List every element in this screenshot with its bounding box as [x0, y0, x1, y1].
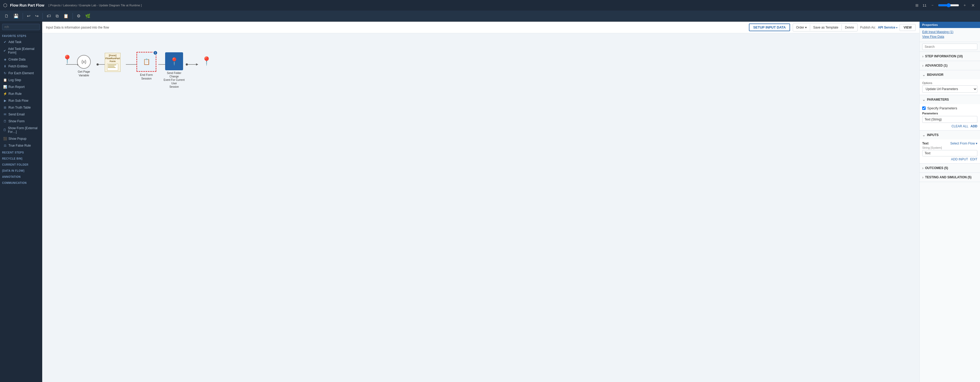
- input-value-field[interactable]: [922, 150, 977, 157]
- grid-icon[interactable]: ⊞: [915, 3, 918, 7]
- sidebar-item-run-sub-flow[interactable]: ▶ Run Sub Flow: [0, 97, 42, 104]
- view-flow-data-link[interactable]: View Flow Data: [922, 35, 977, 38]
- sidebar-item-send-email[interactable]: ✉ Send Email: [0, 111, 42, 118]
- check-icon: ✔: [3, 40, 7, 44]
- sidebar-item-show-form[interactable]: 🗒 Show Form: [0, 118, 42, 125]
- sidebar-item-fetch-entities[interactable]: ⬇ Fetch Entities: [0, 63, 42, 70]
- new-button[interactable]: 🗋: [3, 13, 11, 19]
- publish-label: Publish As:: [860, 26, 876, 29]
- zoom-level: 11: [923, 3, 926, 7]
- app-title: Flow Run Part Flow: [10, 3, 44, 7]
- sidebar-item-show-form-ext[interactable]: 🗒 Show Form [External For…]: [0, 125, 42, 135]
- edit-input-button[interactable]: EDIT: [970, 157, 977, 161]
- rp-search-input[interactable]: [922, 43, 977, 50]
- check-icon: ✔: [3, 49, 6, 53]
- sidebar-label: Run Report: [8, 85, 24, 89]
- inputs-header[interactable]: INPUTS: [920, 131, 980, 139]
- order-button[interactable]: Order ▾: [793, 24, 810, 30]
- canvas-info-text: Input Data is information passed into th…: [46, 26, 746, 29]
- setup-input-data-button[interactable]: SETUP INPUT DATA: [749, 24, 790, 31]
- sidebar-item-add-task-ext[interactable]: ✔ Add Task [External Form]: [0, 45, 42, 56]
- form-box: [Form]FlowRunPartForm: [105, 53, 121, 72]
- params-action-row: CLEAR ALL ADD: [922, 125, 977, 128]
- sidebar-label: Send Email: [8, 112, 24, 116]
- advanced-header[interactable]: ADVANCED (1): [920, 61, 980, 70]
- edit-input-mapping-link[interactable]: Edit Input Mapping (1): [922, 30, 977, 34]
- sidebar-item-run-truth-table[interactable]: ⊞ Run Truth Table: [0, 104, 42, 111]
- options-select[interactable]: Update Url Parameters None: [922, 85, 977, 93]
- tree-button[interactable]: 🌿: [83, 13, 92, 19]
- publish-select[interactable]: API Service: [878, 26, 895, 29]
- sidebar-item-log-step[interactable]: 📋 Log Step: [0, 77, 42, 83]
- add-param-button[interactable]: ADD: [970, 125, 977, 128]
- chevron-right-icon: [922, 175, 924, 179]
- paste-button[interactable]: 📋: [62, 13, 70, 19]
- sidebar-label: Show Form: [8, 120, 24, 123]
- sidebar-item-true-false-rule[interactable]: ⚖ True False Rule: [0, 142, 42, 149]
- clear-all-button[interactable]: CLEAR ALL: [951, 125, 968, 128]
- breadcrumb: [ Projects / Laboratory / Example Lab - …: [49, 4, 142, 7]
- zoom-slider[interactable]: [938, 3, 959, 7]
- publish-area: Publish As: API Service ▾ VIEW: [860, 24, 916, 31]
- copy-button[interactable]: ⧉: [54, 13, 60, 19]
- table-icon: ⊞: [3, 105, 7, 109]
- outcomes-header[interactable]: OUTCOMES (5): [920, 163, 980, 173]
- sidebar-item-create-data[interactable]: ◈ Create Data: [0, 56, 42, 63]
- flow-canvas[interactable]: 📍 {x} Get Page Variable [Form]FlowRunPar…: [42, 33, 920, 382]
- titlebar: ⬡ Flow Run Part Flow [ Projects / Labora…: [0, 0, 980, 11]
- rule-icon: ⚡: [3, 92, 7, 96]
- redo-button[interactable]: ↪: [33, 13, 40, 19]
- flow-node-form[interactable]: [Form]FlowRunPartForm: [102, 53, 123, 73]
- flow-icon: ▶: [3, 99, 7, 102]
- sidebar-search-input[interactable]: [2, 24, 40, 30]
- variable-box: {x}: [77, 55, 91, 69]
- close-button[interactable]: ✕: [969, 2, 977, 9]
- testing-header[interactable]: TESTING AND SIMULATION (5): [920, 173, 980, 182]
- flow-node-end[interactable]: 📍: [195, 56, 218, 66]
- save-button[interactable]: 💾: [12, 13, 21, 19]
- zoom-in-icon[interactable]: ＋: [963, 3, 967, 8]
- select-from-flow-link[interactable]: Select From Flow ▾: [950, 142, 977, 145]
- sidebar-label: Run Rule: [8, 92, 22, 96]
- data-icon: ◈: [3, 58, 7, 61]
- save-as-template-button[interactable]: Save as Template: [810, 24, 842, 30]
- step-info-label: STEP INFORMATION (10): [925, 54, 963, 58]
- chevron-down-icon: [922, 97, 925, 102]
- parameters-header[interactable]: PARAMETERS: [920, 95, 980, 104]
- sidebar-label: Log Step: [8, 78, 21, 82]
- flow-node-get-page-var[interactable]: {x} Get Page Variable: [73, 55, 94, 77]
- report-icon: 📊: [3, 85, 7, 89]
- step-info-header[interactable]: STEP INFORMATION (10): [920, 52, 980, 61]
- behavior-header[interactable]: BEHAVIOR: [920, 70, 980, 79]
- sidebar-item-show-popup[interactable]: ⬛ Show Popup: [0, 135, 42, 142]
- sidebar-item-run-report[interactable]: 📊 Run Report: [0, 83, 42, 90]
- parameters-content: Specify Parameters Parameters Text (Stri…: [920, 104, 980, 130]
- flow-node-send-folder[interactable]: 📍 Send Folder ChangeEvent For Current Us…: [161, 52, 187, 88]
- sidebar-label: Add Task [External Form]: [8, 47, 40, 54]
- add-input-button[interactable]: ADD INPUT: [951, 157, 968, 161]
- testing-label: TESTING AND SIMULATION (5): [925, 176, 972, 179]
- chevron-down-icon: [922, 73, 925, 77]
- specify-params-checkbox[interactable]: [922, 107, 926, 110]
- send-folder-box: 📍: [165, 52, 183, 70]
- zoom-out-icon[interactable]: －: [931, 3, 934, 8]
- section-recent-steps: RECENT STEPS: [0, 149, 42, 155]
- sidebar-item-run-rule[interactable]: ⚡ Run Rule: [0, 90, 42, 97]
- form-icon: 🗒: [3, 120, 7, 123]
- outcomes-label: OUTCOMES (5): [925, 166, 948, 170]
- undo-button[interactable]: ↩: [25, 13, 32, 19]
- parameters-label: PARAMETERS: [927, 98, 949, 101]
- loop-icon: ↻: [3, 71, 7, 75]
- popup-icon: ⬛: [3, 137, 7, 141]
- sidebar-item-for-each[interactable]: ↻ For Each Element: [0, 70, 42, 77]
- log-icon: 📋: [3, 78, 7, 82]
- settings-button[interactable]: ⚙: [75, 13, 82, 19]
- sidebar-item-add-task[interactable]: ✔ Add Task: [0, 38, 42, 45]
- node-label: Send Folder ChangeEvent For Current User…: [162, 71, 186, 88]
- view-button[interactable]: VIEW: [900, 24, 916, 31]
- sidebar-label: Create Data: [8, 58, 25, 61]
- properties-label: Properties: [922, 23, 938, 26]
- flow-node-end-form[interactable]: 📋 i End Form Session: [133, 52, 160, 81]
- delete-button[interactable]: Delete: [842, 24, 858, 30]
- tag-button[interactable]: 🏷: [45, 13, 53, 19]
